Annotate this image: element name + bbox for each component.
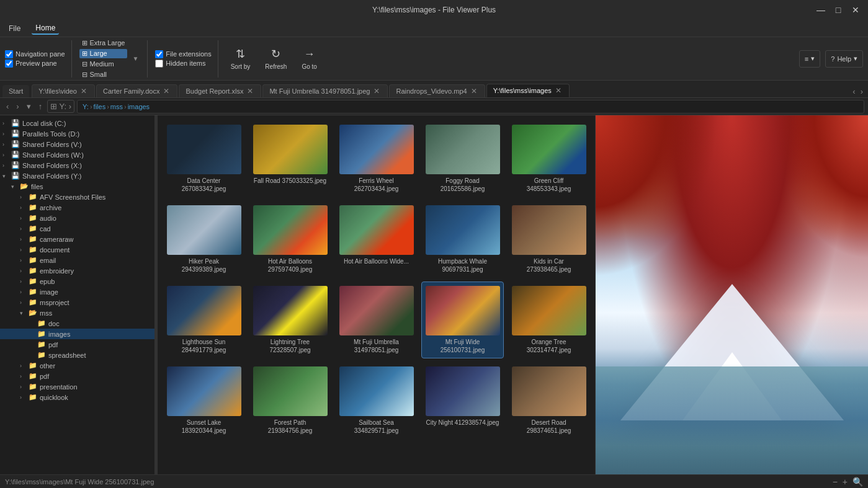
tab-carter[interactable]: Carter Family.docx ✕ — [96, 84, 177, 97]
sidebar-item-cad[interactable]: ›📁cad — [0, 223, 154, 234]
expand-icon-other[interactable]: › — [20, 363, 26, 369]
sidebar-item-archive[interactable]: ›📁archive — [0, 202, 154, 213]
view-menu-button[interactable]: ≡ ▾ — [799, 50, 820, 68]
expand-icon-msproject[interactable]: › — [20, 299, 26, 306]
file-item-kids-car[interactable]: Kids in Car 273938465.jpeg — [508, 201, 590, 278]
file-item-green-cliff[interactable]: Green Cliff 348553343.jpeg — [508, 120, 590, 197]
zoom-in-button[interactable]: + — [843, 477, 848, 487]
sidebar-item-doc[interactable]: 📁doc — [0, 318, 154, 329]
expand-icon-shared-w[interactable]: › — [2, 152, 9, 158]
breadcrumb-images[interactable]: images — [128, 103, 150, 110]
file-item-hot-air-1[interactable]: Hot Air Balloons 297597409.jpeg — [249, 201, 331, 278]
expand-icon-email[interactable]: › — [20, 257, 26, 264]
file-item-hot-air-2[interactable]: Hot Air Balloons Wide... — [335, 201, 418, 278]
expand-icon-shared-y[interactable]: ▾ — [2, 173, 9, 179]
menu-file[interactable]: File — [5, 23, 24, 34]
file-item-hiker-peak[interactable]: Hiker Peak 294399389.jpeg — [163, 201, 245, 278]
sidebar-item-email[interactable]: ›📁email — [0, 255, 154, 265]
file-item-fall-road[interactable]: Fall Road 375033325.jpeg — [249, 120, 331, 197]
expand-icon-audio[interactable]: › — [20, 215, 26, 221]
tab-carter-close[interactable]: ✕ — [162, 87, 171, 95]
sidebar-item-local-disk[interactable]: ›💾Local disk (C:) — [0, 118, 154, 128]
tab-raindrops-close[interactable]: ✕ — [470, 87, 478, 95]
nav-pane-toggle[interactable]: Navigation pane — [5, 50, 65, 58]
sidebar-item-images-folder[interactable]: 📁images — [0, 329, 154, 339]
expand-icon-parallels[interactable]: › — [2, 131, 9, 137]
expand-icon-pdf[interactable]: › — [20, 373, 26, 379]
sidebar-item-embroidery[interactable]: ›📁embroidery — [0, 265, 154, 276]
sidebar-item-cameraraw[interactable]: ›📁cameraraw — [0, 234, 154, 244]
view-dropdown-arrow[interactable]: ▼ — [130, 54, 141, 63]
breadcrumb-files[interactable]: files — [94, 103, 106, 110]
help-button[interactable]: ? Help ▾ — [825, 50, 863, 68]
menu-home[interactable]: Home — [32, 22, 59, 35]
tab-images[interactable]: Y:\files\mss\images ✕ — [486, 84, 570, 97]
sidebar-item-msproject[interactable]: ›📁msproject — [0, 297, 154, 308]
expand-icon-cad[interactable]: › — [20, 226, 26, 232]
expand-icon-quicklook[interactable]: › — [20, 394, 26, 401]
preview-pane-checkbox[interactable] — [5, 60, 13, 68]
file-extensions-toggle[interactable]: File extensions — [155, 50, 211, 58]
sidebar-item-epub[interactable]: ›📁epub — [0, 276, 154, 286]
medium-option[interactable]: ⊟ Medium — [79, 60, 128, 69]
sidebar-item-files[interactable]: ▾📂files — [0, 181, 154, 192]
small-option[interactable]: ⊟ Small — [79, 70, 128, 79]
hidden-items-toggle[interactable]: Hidden items — [155, 60, 211, 68]
sidebar-item-quicklook[interactable]: ›📁quicklook — [0, 392, 154, 402]
file-item-data-center[interactable]: Data Center 267083342.jpeg — [163, 120, 245, 197]
file-item-row4-1[interactable]: Sunset Lake 183920344.jpeg — [163, 362, 245, 439]
expand-icon-afv[interactable]: › — [20, 194, 26, 200]
sidebar-item-mss[interactable]: ▾📂mss — [0, 308, 154, 318]
sidebar-item-afv[interactable]: ›📁AFV Screenshot Files — [0, 192, 154, 202]
expand-icon-epub[interactable]: › — [20, 278, 26, 285]
expand-icon-files[interactable]: ▾ — [11, 184, 17, 190]
sidebar-item-parallels[interactable]: ›💾Parallels Tools (D:) — [0, 128, 154, 139]
back-button[interactable]: ‹ — [4, 100, 11, 112]
tabs-scroll-left[interactable]: ‹ — [850, 86, 857, 97]
tab-images-close[interactable]: ✕ — [554, 87, 563, 94]
expand-icon-mss[interactable]: ▾ — [20, 310, 26, 316]
sidebar-item-audio[interactable]: ›📁audio — [0, 213, 154, 223]
sidebar-item-shared-x[interactable]: ›💾Shared Folders (X:) — [0, 160, 154, 171]
nav-dropdown-button[interactable]: ▾ — [24, 100, 34, 112]
forward-button[interactable]: › — [14, 100, 21, 112]
sidebar-item-image[interactable]: ›📁image — [0, 286, 154, 297]
tab-raindrops[interactable]: Raindrops_Videvo.mp4 ✕ — [389, 84, 485, 97]
file-item-ferris-wheel[interactable]: Ferris Wheel 262703434.jpeg — [335, 120, 418, 197]
file-item-row4-3[interactable]: Sailboat Sea 334829571.jpeg — [335, 362, 418, 439]
file-item-humpback[interactable]: Humpback Whale 90697931.jpeg — [421, 201, 504, 278]
file-item-mt-fuji-umbrella[interactable]: Mt Fuji Umbrella 314978051.jpeg — [335, 282, 418, 358]
expand-icon-shared-x[interactable]: › — [2, 162, 9, 169]
sidebar-item-pdf-sub[interactable]: 📁pdf — [0, 339, 154, 350]
tab-mtfuji[interactable]: Mt Fuji Umbrella 314978051.jpeg ✕ — [262, 84, 388, 97]
file-item-lightning[interactable]: Lightning Tree 72328507.jpeg — [249, 282, 331, 358]
sidebar-item-document[interactable]: ›📁document — [0, 244, 154, 255]
goto-button[interactable]: → Go to — [297, 42, 321, 76]
tab-budget[interactable]: Budget Report.xlsx ✕ — [179, 84, 261, 97]
hidden-items-checkbox[interactable] — [155, 60, 163, 68]
file-item-row4-5[interactable]: Desert Road 298374651.jpeg — [508, 362, 590, 439]
expand-icon-embroidery[interactable]: › — [20, 268, 26, 274]
tab-start[interactable]: Start — [2, 85, 29, 97]
large-option[interactable]: ⊞ Large — [79, 49, 128, 58]
file-item-row4-2[interactable]: Forest Path 219384756.jpeg — [249, 362, 331, 439]
extra-large-option[interactable]: ⊞ Extra Large — [79, 38, 128, 48]
tab-mtfuji-close[interactable]: ✕ — [372, 87, 381, 95]
file-item-foggy-road[interactable]: Foggy Road 201625586.jpeg — [421, 120, 504, 197]
file-item-mt-fuji-wide[interactable]: Mt Fuji Wide 256100731.jpeg — [421, 282, 504, 358]
sidebar-item-presentation[interactable]: ›📁presentation — [0, 381, 154, 392]
breadcrumb-mss[interactable]: mss — [110, 103, 123, 110]
expand-icon-local-disk[interactable]: › — [2, 120, 9, 126]
up-button[interactable]: ↑ — [36, 100, 45, 112]
file-item-row4-4[interactable]: City Night 412938574.jpeg — [421, 362, 504, 439]
expand-icon-shared-v[interactable]: › — [2, 141, 9, 148]
sort-by-button[interactable]: ⇅ Sort by — [226, 42, 256, 76]
sidebar-item-other[interactable]: ›📁other — [0, 360, 154, 371]
expand-icon-presentation[interactable]: › — [20, 384, 26, 390]
sidebar-item-shared-w[interactable]: ›💾Shared Folders (W:) — [0, 149, 154, 160]
tab-video-close[interactable]: ✕ — [79, 87, 88, 95]
file-item-lighthouse[interactable]: Lighthouse Sun 284491779.jpeg — [163, 282, 245, 358]
expand-icon-cameraraw[interactable]: › — [20, 236, 26, 242]
tab-budget-close[interactable]: ✕ — [246, 87, 254, 95]
close-button[interactable]: ✕ — [848, 2, 863, 17]
